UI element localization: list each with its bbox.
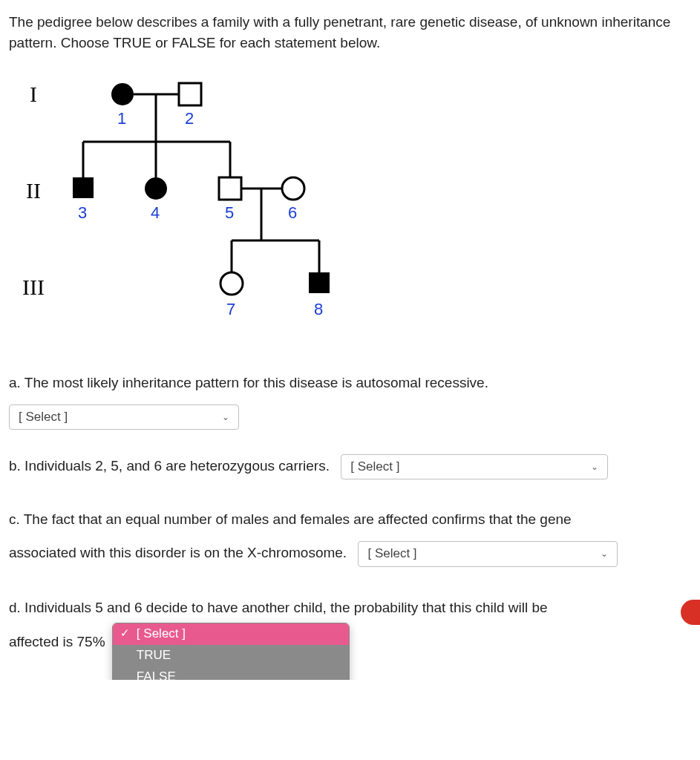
individual-1-affected-female — [111, 83, 134, 105]
question-intro: The pedigree below describes a family wi… — [9, 12, 691, 53]
gen-1-label: I — [30, 82, 37, 106]
chevron-down-icon: ⌄ — [222, 412, 229, 422]
select-c[interactable]: [ Select ] ⌄ — [358, 541, 618, 566]
individual-2-unaffected-male — [179, 83, 201, 105]
chevron-down-icon: ⌄ — [601, 548, 608, 559]
pedigree-diagram: I II III 1 2 3 4 5 6 7 8 — [22, 73, 691, 341]
help-bubble[interactable] — [681, 600, 700, 625]
label-1: 1 — [117, 109, 126, 128]
chevron-down-icon: ⌄ — [591, 462, 598, 472]
label-4: 4 — [151, 203, 160, 222]
question-c-text-1: c. The fact that an equal number of male… — [9, 511, 572, 527]
individual-5-unaffected-male — [219, 177, 241, 200]
select-c-value: [ Select ] — [367, 546, 416, 561]
label-8: 8 — [314, 300, 323, 318]
question-c-text-2: associated with this disorder is on the … — [9, 545, 347, 560]
select-b-value: [ Select ] — [350, 459, 399, 474]
select-d-dropdown[interactable]: [ Select ] TRUE FALSE — [112, 623, 350, 681]
question-c: c. The fact that an equal number of male… — [9, 502, 691, 570]
individual-8-affected-male — [309, 272, 330, 293]
option-true[interactable]: TRUE — [113, 645, 349, 666]
select-a[interactable]: [ Select ] ⌄ — [9, 404, 239, 430]
option-placeholder[interactable]: [ Select ] — [113, 623, 349, 645]
select-b[interactable]: [ Select ] ⌄ — [341, 454, 608, 479]
option-false[interactable]: FALSE — [113, 666, 349, 681]
question-a: a. The most likely inheritance pattern f… — [9, 367, 691, 430]
select-a-value: [ Select ] — [19, 410, 68, 425]
gen-2-label: II — [26, 178, 41, 203]
question-d: d. Individuals 5 and 6 decide to have an… — [9, 591, 691, 659]
label-2: 2 — [185, 109, 194, 128]
label-6: 6 — [288, 203, 297, 222]
question-d-text-2: affected is 75% — [9, 634, 105, 649]
question-b-text: b. Individuals 2, 5, and 6 are heterozyg… — [9, 458, 330, 474]
gen-3-label: III — [22, 275, 45, 299]
question-a-text: a. The most likely inheritance pattern f… — [9, 375, 488, 390]
individual-7-unaffected-female — [220, 272, 243, 295]
label-3: 3 — [78, 203, 87, 222]
individual-4-affected-female — [145, 177, 167, 200]
label-7: 7 — [226, 300, 235, 318]
individual-6-unaffected-female — [282, 177, 304, 200]
question-b: b. Individuals 2, 5, and 6 are heterozyg… — [9, 451, 691, 482]
question-d-text-1: d. Individuals 5 and 6 decide to have an… — [9, 600, 548, 615]
individual-3-affected-male — [73, 177, 94, 198]
label-5: 5 — [225, 203, 234, 222]
